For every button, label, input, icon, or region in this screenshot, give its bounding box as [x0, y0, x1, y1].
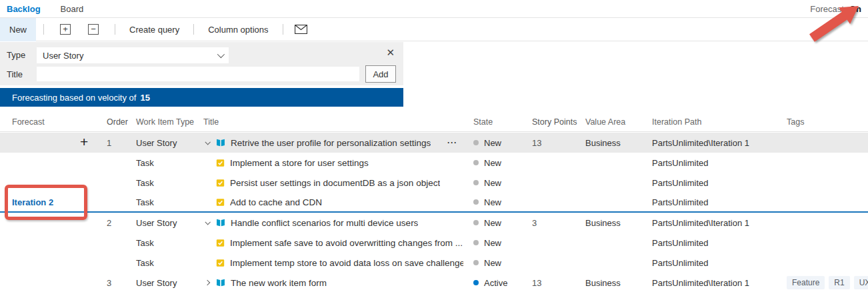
work-item-type-cell: User Story: [133, 278, 200, 288]
story-points-cell: 3: [525, 218, 579, 228]
state-text: New: [484, 238, 501, 248]
state-dot-icon: [473, 220, 479, 225]
value-area-cell: Business: [579, 218, 645, 228]
work-item-title[interactable]: Handle conflict scenarios for multi devi…: [231, 218, 418, 228]
work-item-type-cell: Task: [133, 258, 200, 268]
story-points-cell: 13: [525, 138, 579, 148]
state-dot-icon: [473, 180, 479, 185]
toolbar: New + − Create query Column options: [0, 18, 868, 41]
chevron-down-icon: [217, 51, 225, 58]
column-header-state[interactable]: State: [463, 117, 525, 127]
tag-badge[interactable]: R1: [829, 276, 849, 289]
chevron-down-icon[interactable]: [203, 221, 211, 225]
work-item-title[interactable]: Implement safe save to avoid overwrittin…: [230, 238, 463, 248]
chevron-right-icon[interactable]: [203, 281, 211, 285]
work-item-title[interactable]: Persist user settings in documentDB as a…: [230, 178, 440, 188]
tag-badge[interactable]: UX: [854, 276, 868, 289]
forecast-cell: [0, 273, 100, 293]
work-item-title[interactable]: Retrive the user profile for personaliza…: [231, 138, 431, 148]
forecast-iteration-label[interactable]: Iteration 2: [12, 197, 53, 207]
work-item-type-selected: User Story: [43, 51, 83, 61]
toolbar-divider: [193, 24, 194, 35]
tab-backlog[interactable]: Backlog: [7, 4, 41, 14]
state-dot-icon: [473, 140, 479, 145]
column-header-title[interactable]: Title: [200, 112, 463, 131]
tab-board[interactable]: Board: [61, 4, 84, 14]
work-item-type-cell: User Story: [133, 218, 200, 228]
state-cell: New: [463, 238, 525, 248]
state-dot-icon: [473, 160, 479, 165]
work-item-title[interactable]: Implement temp store to avoid data loss …: [230, 258, 463, 268]
column-header-story-points[interactable]: Story Points: [525, 117, 579, 127]
toolbar-divider: [43, 24, 44, 35]
mail-icon[interactable]: [295, 25, 307, 34]
add-button[interactable]: Add: [365, 65, 396, 83]
column-header-forecast[interactable]: Forecast: [0, 112, 100, 131]
forecast-toggle-value[interactable]: On: [849, 4, 861, 14]
forecast-cell: [0, 233, 100, 253]
title-cell: Persist user settings in documentDB as a…: [200, 173, 463, 193]
table-row[interactable]: 2User StoryHandle conflict scenarios for…: [0, 213, 868, 233]
title-cell: Implement temp store to avoid data loss …: [200, 253, 463, 273]
user-story-icon: [216, 218, 225, 227]
table-row[interactable]: TaskImplement temp store to avoid data l…: [0, 253, 868, 273]
user-story-icon: [216, 138, 225, 147]
table-row[interactable]: TaskPersist user settings in documentDB …: [0, 173, 868, 193]
create-query-button[interactable]: Create query: [123, 25, 186, 35]
forecast-cell: Iteration 2: [0, 193, 100, 211]
chevron-down-icon[interactable]: [203, 141, 211, 145]
work-item-title[interactable]: The new work item form: [231, 278, 327, 288]
state-dot-icon: [473, 240, 479, 245]
close-icon[interactable]: ✕: [386, 47, 395, 57]
title-cell: The new work item form: [200, 273, 463, 293]
state-dot-icon: [473, 260, 479, 265]
table-rows: +1User StoryRetrive the user profile for…: [0, 133, 868, 293]
table-row[interactable]: TaskImplement a store for user settingsN…: [0, 153, 868, 173]
view-tabs: Backlog Board: [0, 0, 868, 18]
order-cell: 2: [100, 218, 133, 228]
task-icon: [216, 198, 225, 207]
iteration-path-cell: PartsUnlimited\Iteration 1: [645, 138, 780, 148]
task-icon: [216, 159, 225, 167]
add-child-button[interactable]: +: [80, 133, 88, 153]
forecast-toggle[interactable]: Forecast On: [810, 0, 861, 17]
collapse-all-icon[interactable]: −: [88, 24, 99, 35]
column-header-work-item-type[interactable]: Work Item Type: [133, 117, 200, 127]
column-header-tags[interactable]: Tags: [780, 117, 868, 127]
state-text: New: [484, 178, 501, 188]
order-cell: 3: [100, 278, 133, 288]
table-header: Forecast Order Work Item Type Title Stat…: [0, 112, 868, 132]
value-area-cell: Business: [579, 138, 645, 148]
work-item-type-cell: Task: [133, 178, 200, 188]
tag-badge[interactable]: Feature: [787, 276, 825, 289]
type-label: Type: [7, 50, 25, 60]
forecast-cell: [0, 253, 100, 273]
context-menu-button[interactable]: ···: [447, 138, 457, 147]
title-input[interactable]: [37, 67, 359, 81]
work-item-type-dropdown[interactable]: User Story: [37, 47, 229, 63]
column-options-button[interactable]: Column options: [201, 25, 275, 35]
expand-all-icon[interactable]: +: [60, 24, 71, 35]
new-button[interactable]: New: [0, 18, 36, 41]
title-cell: Add to cache and CDN: [200, 193, 463, 211]
state-text: New: [484, 138, 501, 148]
tags-cell: FeatureR1UX: [780, 276, 868, 289]
task-icon: [216, 179, 225, 187]
work-item-type-cell: Task: [133, 197, 200, 207]
task-icon: [216, 239, 225, 247]
work-item-title[interactable]: Implement a store for user settings: [230, 158, 369, 168]
column-header-order[interactable]: Order: [100, 117, 133, 127]
work-item-title[interactable]: Add to cache and CDN: [230, 197, 322, 207]
iteration-path-cell: PartsUnlimited\Iteration 1: [645, 218, 780, 228]
table-row[interactable]: 3User StoryThe new work item formActive1…: [0, 273, 868, 293]
table-row[interactable]: TaskImplement safe save to avoid overwri…: [0, 233, 868, 253]
table-row[interactable]: Iteration 2TaskAdd to cache and CDNNewPa…: [0, 193, 868, 213]
column-header-value-area[interactable]: Value Area: [579, 117, 645, 127]
table-row[interactable]: +1User StoryRetrive the user profile for…: [0, 133, 868, 153]
forecast-cell: +: [0, 133, 100, 153]
work-item-type-cell: Task: [133, 238, 200, 248]
state-cell: Active: [463, 278, 525, 288]
column-header-iteration-path[interactable]: Iteration Path: [645, 117, 780, 127]
title-cell: Implement safe save to avoid overwrittin…: [200, 233, 463, 253]
iteration-path-cell: PartsUnlimited: [645, 238, 780, 248]
